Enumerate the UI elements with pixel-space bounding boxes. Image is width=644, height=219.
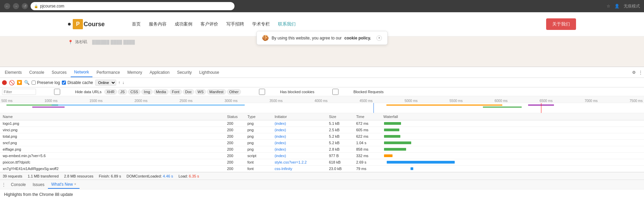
blocked-requests-label[interactable]: Blocked Requests [318,89,384,95]
resources-size: 2.8 MB resources [64,174,93,178]
search-icon[interactable]: 🔍 [24,80,30,85]
tab-elements[interactable]: Elements [1,68,25,77]
filter-js[interactable]: JS [118,89,127,95]
nav-cases[interactable]: 成功案例 [175,21,192,27]
table-row[interactable]: pixicon.ttf?dpisfc 200 font style.css?ve… [0,159,644,166]
user-icon[interactable]: 👤 [614,4,620,9]
tab-security[interactable]: Security [174,68,195,77]
tab-console[interactable]: Console [26,68,48,77]
row-name: sncf.png [0,140,224,146]
table-row[interactable]: xn7gYHE41ni1AdIRggexSg.woff2 200 font cs… [0,166,644,172]
table-row[interactable]: logo1.png 200 png (index) 5.1 kB 672 ms [0,120,644,127]
col-header-size[interactable]: Size [326,113,353,120]
filter-doc[interactable]: Doc [183,89,194,95]
tick-5500: 5500 ms [450,99,463,103]
row-initiator[interactable]: (index) [272,146,326,153]
table-row[interactable]: vinci.png 200 png (index) 2.5 kB 605 ms [0,127,644,133]
row-initiator[interactable]: (index) [272,127,326,133]
row-size: 5.2 kB [326,133,353,140]
bottom-content-text: Highlights from the Chrome 88 update [4,192,73,197]
status-bar: 39 requests 1.1 MB transferred 2.8 MB re… [0,172,644,180]
back-button[interactable]: ← [4,3,10,9]
nav-home[interactable]: 首页 [132,21,141,27]
forward-button[interactable]: → [13,3,19,9]
upload-icon[interactable]: ↑ [118,80,120,85]
cookie-close-button[interactable]: × [377,35,382,41]
star-icon[interactable]: ☆ [607,4,610,9]
filter-other[interactable]: Other [227,89,241,95]
logo-dot [68,23,71,26]
filter-xhr[interactable]: XHR [104,89,117,95]
timeline-bars [0,103,644,113]
reload-button[interactable]: ↺ [22,3,28,9]
filter-manifest[interactable]: Manifest [207,89,226,95]
nav-service[interactable]: 服务内容 [149,21,167,27]
clear-button[interactable]: 🚫 [9,80,15,85]
filter-font[interactable]: Font [170,89,182,95]
hide-data-urls-label[interactable]: Hide data URLs [40,89,102,95]
row-initiator[interactable]: (index) [272,120,326,127]
bottom-content: Highlights from the Chrome 88 update [0,189,644,199]
timeline-ruler: 500 ms 1000 ms 1500 ms 2000 ms 2500 ms 3… [0,96,644,103]
preserve-log-label[interactable]: Preserve log [32,80,60,85]
filter-icon[interactable]: 🔽 [17,80,22,85]
download-icon[interactable]: ↓ [122,80,124,85]
col-header-time[interactable]: Time [353,113,381,120]
tab-performance[interactable]: Performance [93,68,123,77]
bottom-more-icon[interactable]: ⋮ [1,182,6,187]
has-blocked-label[interactable]: Has blocked cookies [245,89,314,95]
more-icon[interactable]: ⋮ [639,70,643,75]
row-initiator[interactable]: css-Infinity [272,166,326,172]
cookie-policy-link[interactable]: cookie policy. [344,36,371,40]
col-header-initiator[interactable]: Initiator [272,113,326,120]
col-header-status[interactable]: Status [224,113,245,120]
row-initiator[interactable]: (index) [272,133,326,140]
nav-hire[interactable]: 写手招聘 [226,21,244,27]
blocked-requests-checkbox[interactable] [318,89,352,95]
table-row[interactable]: total.png 200 png (index) 5.2 kB 622 ms [0,133,644,140]
has-blocked-checkbox[interactable] [245,89,279,95]
settings-icon[interactable]: ⚙ [632,70,636,75]
table-row[interactable]: sncf.png 200 png (index) 5.2 kB 1.04 s [0,140,644,146]
hide-data-urls-checkbox[interactable] [40,89,74,95]
table-row[interactable]: eiffage.png 200 png (index) 2.8 kB 858 m… [0,146,644,153]
col-header-waterfall[interactable]: Waterfall [381,113,644,120]
throttle-select[interactable]: Online [95,80,116,86]
row-size: 2.5 kB [326,127,353,133]
filter-media[interactable]: Media [154,89,169,95]
network-table-container[interactable]: Name Status Type Initiator Size Time Wat… [0,113,644,172]
bottom-tab-console[interactable]: Console [7,181,29,188]
disable-cache-checkbox[interactable] [62,81,66,85]
row-initiator[interactable]: (index) [272,153,326,159]
row-initiator[interactable]: style.css?ver=1.2.2 [272,159,326,166]
tab-memory[interactable]: Memory [124,68,145,77]
bottom-tab-issues[interactable]: Issues [29,181,48,188]
col-header-type[interactable]: Type [245,113,272,120]
filter-ws[interactable]: WS [195,89,206,95]
col-header-name[interactable]: Name [0,113,224,120]
disable-cache-label[interactable]: Disable cache [62,80,93,85]
address-bar[interactable]: 🔒 pjcourse.com [31,2,234,10]
filter-img[interactable]: Img [141,89,152,95]
tick-2500: 2500 ms [179,99,192,103]
tab-lighthouse[interactable]: Lighthouse [196,68,223,77]
nav-contact[interactable]: 联系我们 [278,21,296,27]
tab-application[interactable]: Application [146,68,173,77]
bottom-tab-whatsnew[interactable]: What's New × [48,181,80,189]
table-row[interactable]: wp-embed.min.js?ver=5.6 200 script (inde… [0,153,644,159]
nav-reviews[interactable]: 客户评价 [201,21,218,27]
about-button[interactable]: 关于我们 [546,18,576,30]
whatsnew-close-button[interactable]: × [74,182,76,186]
row-initiator[interactable]: (index) [272,140,326,146]
nav-academic[interactable]: 学术专栏 [252,21,270,27]
record-button[interactable] [2,80,7,85]
tab-network[interactable]: Network [71,68,92,77]
preserve-log-checkbox[interactable] [32,81,36,85]
tab-sources[interactable]: Sources [48,68,70,77]
filter-input[interactable] [2,89,36,95]
bottom-tabs: ⋮ Console Issues What's New × [0,180,644,189]
filter-css[interactable]: CSS [128,89,141,95]
devtools: Elements Console Sources Network Perform… [0,67,644,199]
row-status: 200 [224,146,245,153]
tick-1000: 1000 ms [45,99,57,103]
